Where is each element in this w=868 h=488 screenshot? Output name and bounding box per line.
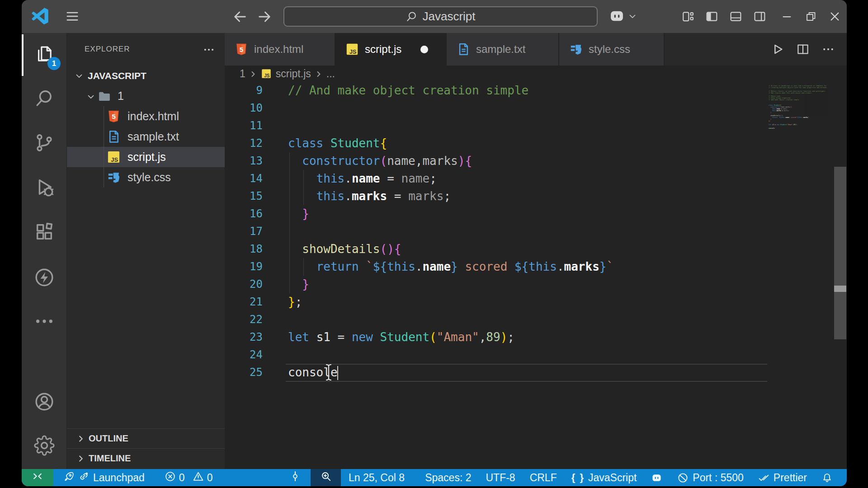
status-item-eol[interactable]: CRLF [530,472,557,484]
remote-indicator[interactable] [22,469,53,486]
tab-style.css[interactable]: style.css [559,33,665,66]
status-item-live-server-port[interactable]: Port : 5500 [677,472,744,484]
close-button[interactable] [823,0,847,33]
code-line-14[interactable]: 14 this.name = name; [225,170,767,188]
outline-section-label: OUTLINE [89,433,128,444]
activity-bar-item-source-control[interactable] [22,121,67,164]
tree-file-index.html[interactable]: 5index.html [67,106,225,127]
breadcrumb-item[interactable]: 1 [240,68,245,80]
tab-index.html[interactable]: 5index.html [225,33,335,66]
tab-sample.txt[interactable]: sample.txt [447,33,559,66]
tree-file-script.js[interactable]: JSscript.js [67,147,225,167]
line-number: 14 [225,170,263,188]
tree-file-sample.txt[interactable]: sample.txt [67,127,225,147]
more-button[interactable] [821,42,835,56]
copilot-menu[interactable] [609,8,637,24]
breadcrumb-item[interactable]: ... [326,68,335,80]
activity-bar-item-thunder-client[interactable] [22,256,67,299]
commit-status-item[interactable] [289,469,301,486]
code-line-21[interactable]: 21}; [225,293,767,311]
status-item-prettier[interactable]: Prettier [758,472,807,484]
minimize-button[interactable] [775,0,799,33]
code-line-22[interactable]: 22 [225,311,767,328]
modified-dot-icon[interactable] [420,46,428,53]
customize-layout-button[interactable] [676,0,700,33]
navigate-forward-button[interactable] [257,9,272,24]
code-line-20[interactable]: 20 } [225,276,767,293]
tab-bar: 5index.htmlJSscript.jssample.txtstyle.cs… [225,33,847,66]
line-number: 17 [225,223,263,240]
account-icon [34,391,55,412]
line-number: 19 [225,258,263,276]
problems-status-item[interactable]: 0 0 [165,471,213,485]
status-item-encoding[interactable]: UTF-8 [486,472,515,484]
navigate-back-button[interactable] [232,9,248,24]
tree-file-label: script.js [127,150,166,164]
code-line-24[interactable]: 24 [225,346,767,364]
code-text: // And make object creation simple [288,82,528,99]
activity-bar: 1 [22,33,67,469]
minimap-line: // creating multiple objects with the sa… [769,87,782,89]
breadcrumb-item[interactable]: JSscript.js [261,68,311,80]
toggle-sidebar-button[interactable] [700,0,724,33]
minimap-line: console [769,127,782,129]
line-number: 23 [225,328,263,346]
status-item-copilot-status[interactable] [651,472,663,483]
activity-bar-item-more[interactable] [22,300,67,343]
activity-bar-item-run-debug[interactable] [22,165,67,209]
ellipsis-icon [34,311,55,332]
code-line-11[interactable]: 11 [225,117,767,135]
activity-bar-item-search[interactable] [22,76,67,120]
svg-text:JS: JS [349,49,356,55]
menu-icon[interactable] [64,9,80,23]
tab-script.js[interactable]: JSscript.js [335,33,447,66]
split-editor-button[interactable] [796,42,810,56]
code-line-10[interactable]: 10 [225,99,767,117]
code-editor[interactable]: 9// And make object creation simple10111… [225,82,847,469]
launchpad-status-item[interactable]: Launchpad [63,471,145,485]
code-line-13[interactable]: 13 constructor(name,marks){ [225,152,767,170]
extensions-icon [34,222,55,243]
code-line-23[interactable]: 23let s1 = new Student("Aman",89); [225,328,767,346]
search-input[interactable]: Javascript [283,6,598,27]
code-line-19[interactable]: 19 return `${this.name} scored ${this.ma… [225,258,767,276]
activity-bar-item-explorer[interactable]: 1 [22,33,67,76]
activity-bar-item-extensions[interactable] [22,211,67,254]
tree-file-style.css[interactable]: style.css [67,167,225,188]
chevron-right-icon [76,454,86,464]
code-line-12[interactable]: 12class Student{ [225,135,767,152]
toggle-secondary-sidebar-button[interactable] [748,0,772,33]
minimap[interactable]: // A class in JavaScript is just like a … [769,85,834,338]
html-file-icon: 5 [107,109,121,123]
run-button[interactable] [771,42,784,56]
bell-icon [821,472,833,483]
code-line-9[interactable]: 9// And make object creation simple [225,82,767,99]
tree-file-label: sample.txt [127,130,179,143]
activity-bar-item-settings[interactable] [22,424,67,467]
activity-bar-item-accounts[interactable] [22,380,67,423]
status-item-indentation[interactable]: Spaces: 2 [425,472,471,484]
explorer-more-actions-icon[interactable] [203,44,215,56]
restore-button[interactable] [799,0,823,33]
vscode-window: Javascript 1 EXPLORER JAVASCRIPT [22,0,847,486]
timeline-section[interactable]: TIMELINE [67,448,225,468]
code-text: let s1 = new Student("Aman",89); [288,328,514,346]
link-icon [78,471,90,485]
editor-scrollbar[interactable] [834,82,846,469]
code-line-18[interactable]: 18 showDetails(){ [225,240,767,258]
code-line-15[interactable]: 15 this.marks = marks; [225,188,767,205]
zoom-status-item[interactable] [311,469,341,486]
search-icon [406,10,418,23]
tree-folder-1[interactable]: 1 [67,86,225,106]
tree-root-javascript[interactable]: JAVASCRIPT [67,66,225,86]
code-text: }; [288,293,302,311]
status-item-language-mode[interactable]: { }JavaScript [571,472,637,484]
outline-section[interactable]: OUTLINE [67,428,225,448]
code-text: constructor(name,marks){ [288,152,472,170]
code-line-16[interactable]: 16 } [225,205,767,223]
scrollbar-thumb[interactable] [834,167,846,339]
code-line-17[interactable]: 17 [225,223,767,240]
cursor-position-status[interactable]: Ln 25, Col 8 [349,469,405,486]
toggle-panel-button[interactable] [724,0,748,33]
status-item-notifications[interactable] [821,472,833,483]
